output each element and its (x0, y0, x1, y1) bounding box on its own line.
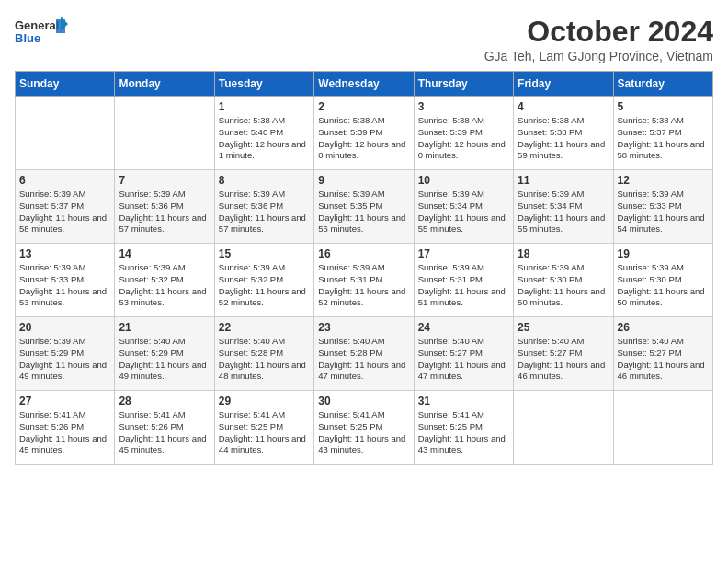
day-number: 12 (618, 174, 709, 187)
header-friday: Friday (514, 72, 613, 97)
title-section: October 2024 GJa Teh, Lam GJong Province… (484, 15, 713, 63)
cell-data: Sunrise: 5:40 AMSunset: 5:27 PMDaylight:… (618, 336, 709, 383)
day-number: 14 (119, 247, 210, 260)
cell-data: Sunrise: 5:39 AMSunset: 5:35 PMDaylight:… (318, 189, 409, 236)
day-number: 3 (418, 100, 509, 113)
header: General Blue October 2024 GJa Teh, Lam G… (15, 15, 713, 63)
day-number: 22 (219, 321, 310, 334)
day-number: 23 (318, 321, 409, 334)
table-row: 24Sunrise: 5:40 AMSunset: 5:27 PMDayligh… (414, 317, 513, 391)
table-row: 3Sunrise: 5:38 AMSunset: 5:39 PMDaylight… (414, 97, 513, 170)
day-number: 25 (518, 321, 609, 334)
cell-data: Sunrise: 5:40 AMSunset: 5:29 PMDaylight:… (119, 336, 210, 383)
table-row: 16Sunrise: 5:39 AMSunset: 5:31 PMDayligh… (314, 244, 414, 317)
cell-data: Sunrise: 5:38 AMSunset: 5:40 PMDaylight:… (219, 115, 310, 162)
table-row: 9Sunrise: 5:39 AMSunset: 5:35 PMDaylight… (314, 170, 414, 244)
page-container: General Blue October 2024 GJa Teh, Lam G… (15, 15, 713, 465)
header-sunday: Sunday (16, 72, 115, 97)
day-number: 19 (618, 247, 709, 260)
day-number: 9 (318, 174, 409, 187)
cell-data: Sunrise: 5:40 AMSunset: 5:28 PMDaylight:… (318, 336, 409, 383)
table-row: 31Sunrise: 5:41 AMSunset: 5:25 PMDayligh… (414, 391, 513, 465)
cell-data: Sunrise: 5:39 AMSunset: 5:32 PMDaylight:… (219, 262, 310, 309)
table-row: 11Sunrise: 5:39 AMSunset: 5:34 PMDayligh… (514, 170, 613, 244)
table-row (115, 97, 214, 170)
calendar-table: Sunday Monday Tuesday Wednesday Thursday… (15, 71, 713, 465)
cell-data: Sunrise: 5:40 AMSunset: 5:27 PMDaylight:… (418, 336, 509, 383)
table-row: 29Sunrise: 5:41 AMSunset: 5:25 PMDayligh… (214, 391, 313, 465)
header-saturday: Saturday (613, 72, 712, 97)
table-row: 4Sunrise: 5:38 AMSunset: 5:38 PMDaylight… (514, 97, 613, 170)
svg-text:Blue: Blue (15, 31, 40, 45)
day-number: 28 (119, 395, 210, 408)
table-row: 25Sunrise: 5:40 AMSunset: 5:27 PMDayligh… (514, 317, 613, 391)
cell-data: Sunrise: 5:39 AMSunset: 5:36 PMDaylight:… (119, 189, 210, 236)
header-tuesday: Tuesday (214, 72, 313, 97)
day-number: 24 (418, 321, 509, 334)
table-row: 10Sunrise: 5:39 AMSunset: 5:34 PMDayligh… (414, 170, 513, 244)
calendar-week-row: 13Sunrise: 5:39 AMSunset: 5:33 PMDayligh… (16, 244, 713, 317)
cell-data: Sunrise: 5:39 AMSunset: 5:37 PMDaylight:… (19, 189, 110, 236)
day-number: 20 (19, 321, 110, 334)
cell-data: Sunrise: 5:39 AMSunset: 5:36 PMDaylight:… (219, 189, 310, 236)
cell-data: Sunrise: 5:39 AMSunset: 5:34 PMDaylight:… (518, 189, 609, 236)
table-row (16, 97, 115, 170)
cell-data: Sunrise: 5:40 AMSunset: 5:28 PMDaylight:… (219, 336, 310, 383)
day-number: 21 (119, 321, 210, 334)
table-row: 26Sunrise: 5:40 AMSunset: 5:27 PMDayligh… (613, 317, 712, 391)
calendar-week-row: 27Sunrise: 5:41 AMSunset: 5:26 PMDayligh… (16, 391, 713, 465)
table-row: 14Sunrise: 5:39 AMSunset: 5:32 PMDayligh… (115, 244, 214, 317)
cell-data: Sunrise: 5:40 AMSunset: 5:27 PMDaylight:… (518, 336, 609, 383)
day-number: 18 (518, 247, 609, 260)
day-number: 30 (318, 395, 409, 408)
table-row: 19Sunrise: 5:39 AMSunset: 5:30 PMDayligh… (613, 244, 712, 317)
table-row: 23Sunrise: 5:40 AMSunset: 5:28 PMDayligh… (314, 317, 414, 391)
day-number: 5 (618, 100, 709, 113)
cell-data: Sunrise: 5:39 AMSunset: 5:30 PMDaylight:… (618, 262, 709, 309)
month-title: October 2024 (484, 15, 713, 49)
day-number: 29 (219, 395, 310, 408)
table-row (514, 391, 613, 465)
day-number: 6 (19, 174, 110, 187)
day-number: 1 (219, 100, 310, 113)
table-row: 20Sunrise: 5:39 AMSunset: 5:29 PMDayligh… (16, 317, 115, 391)
cell-data: Sunrise: 5:41 AMSunset: 5:25 PMDaylight:… (418, 409, 509, 456)
table-row: 15Sunrise: 5:39 AMSunset: 5:32 PMDayligh… (214, 244, 313, 317)
cell-data: Sunrise: 5:38 AMSunset: 5:37 PMDaylight:… (618, 115, 709, 162)
cell-data: Sunrise: 5:38 AMSunset: 5:39 PMDaylight:… (318, 115, 409, 162)
day-number: 17 (418, 247, 509, 260)
table-row: 30Sunrise: 5:41 AMSunset: 5:25 PMDayligh… (314, 391, 414, 465)
cell-data: Sunrise: 5:39 AMSunset: 5:32 PMDaylight:… (119, 262, 210, 309)
cell-data: Sunrise: 5:39 AMSunset: 5:30 PMDaylight:… (518, 262, 609, 309)
svg-text:General: General (15, 18, 59, 32)
table-row: 8Sunrise: 5:39 AMSunset: 5:36 PMDaylight… (214, 170, 313, 244)
cell-data: Sunrise: 5:39 AMSunset: 5:33 PMDaylight:… (19, 262, 110, 309)
cell-data: Sunrise: 5:39 AMSunset: 5:34 PMDaylight:… (418, 189, 509, 236)
table-row: 5Sunrise: 5:38 AMSunset: 5:37 PMDaylight… (613, 97, 712, 170)
day-number: 8 (219, 174, 310, 187)
day-number: 26 (618, 321, 709, 334)
cell-data: Sunrise: 5:39 AMSunset: 5:33 PMDaylight:… (618, 189, 709, 236)
cell-data: Sunrise: 5:41 AMSunset: 5:26 PMDaylight:… (119, 409, 210, 456)
table-row: 2Sunrise: 5:38 AMSunset: 5:39 PMDaylight… (314, 97, 414, 170)
cell-data: Sunrise: 5:39 AMSunset: 5:31 PMDaylight:… (418, 262, 509, 309)
day-number: 31 (418, 395, 509, 408)
day-number: 10 (418, 174, 509, 187)
location-title: GJa Teh, Lam GJong Province, Vietnam (484, 49, 713, 63)
cell-data: Sunrise: 5:38 AMSunset: 5:38 PMDaylight:… (518, 115, 609, 162)
table-row: 18Sunrise: 5:39 AMSunset: 5:30 PMDayligh… (514, 244, 613, 317)
cell-data: Sunrise: 5:41 AMSunset: 5:25 PMDaylight:… (219, 409, 310, 456)
day-number: 2 (318, 100, 409, 113)
header-wednesday: Wednesday (314, 72, 414, 97)
day-number: 13 (19, 247, 110, 260)
table-row: 27Sunrise: 5:41 AMSunset: 5:26 PMDayligh… (16, 391, 115, 465)
table-row: 13Sunrise: 5:39 AMSunset: 5:33 PMDayligh… (16, 244, 115, 317)
table-row: 7Sunrise: 5:39 AMSunset: 5:36 PMDaylight… (115, 170, 214, 244)
day-number: 7 (119, 174, 210, 187)
table-row: 6Sunrise: 5:39 AMSunset: 5:37 PMDaylight… (16, 170, 115, 244)
table-row: 17Sunrise: 5:39 AMSunset: 5:31 PMDayligh… (414, 244, 513, 317)
cell-data: Sunrise: 5:41 AMSunset: 5:26 PMDaylight:… (19, 409, 110, 456)
logo: General Blue (15, 15, 70, 60)
cell-data: Sunrise: 5:39 AMSunset: 5:29 PMDaylight:… (19, 336, 110, 383)
cell-data: Sunrise: 5:39 AMSunset: 5:31 PMDaylight:… (318, 262, 409, 309)
